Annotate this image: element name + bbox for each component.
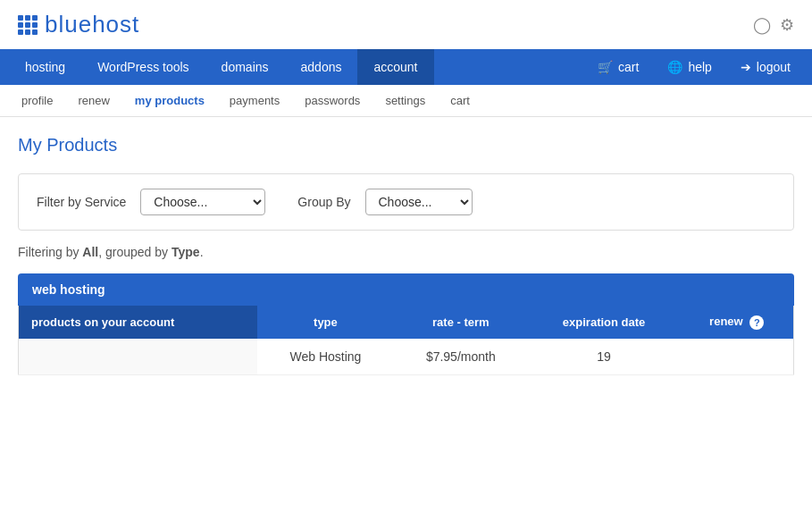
- cell-product: [19, 339, 258, 375]
- col-products: products on your account: [19, 306, 258, 339]
- nav-domains[interactable]: domains: [205, 49, 285, 85]
- logout-label: logout: [757, 60, 791, 74]
- col-type: type: [257, 306, 394, 339]
- subnav-cart[interactable]: cart: [438, 85, 482, 116]
- nav-cart-link[interactable]: 🛒 cart: [585, 49, 651, 85]
- group-by-select[interactable]: Choose... Type Name Status: [365, 189, 473, 215]
- subnav-my-products[interactable]: my products: [122, 85, 217, 116]
- cell-type: Web Hosting: [257, 339, 394, 375]
- section-header: web hosting: [18, 273, 794, 306]
- subnav-profile[interactable]: profile: [9, 85, 65, 116]
- table-row: Web Hosting $7.95/month 19: [19, 339, 794, 375]
- filter-by-select[interactable]: Choose... Web Hosting Domain Email SSL: [140, 189, 265, 215]
- subnav-passwords[interactable]: passwords: [292, 85, 373, 116]
- filter-status: Filtering by All, grouped by Type.: [18, 245, 794, 259]
- primary-nav-left: hosting WordPress tools domains addons a…: [9, 49, 434, 85]
- renew-help-icon[interactable]: ?: [749, 315, 764, 330]
- help-label: help: [688, 60, 711, 74]
- col-renew: renew ?: [680, 306, 793, 339]
- table-header-row: products on your account type rate - ter…: [19, 306, 794, 339]
- top-bar: bluehost ◯ ⚙: [0, 0, 812, 49]
- filter-status-prefix: Filtering by: [18, 245, 82, 259]
- filter-status-end: .: [200, 245, 204, 259]
- main-content: My Products Filter by Service Choose... …: [0, 117, 812, 393]
- nav-help-link[interactable]: 🌐 help: [655, 49, 724, 85]
- nav-hosting[interactable]: hosting: [9, 49, 81, 85]
- filter-status-middle: , grouped by: [98, 245, 172, 259]
- secondary-nav: profile renew my products payments passw…: [0, 85, 812, 117]
- subnav-renew[interactable]: renew: [65, 85, 121, 116]
- filter-all-bold: All: [82, 245, 98, 259]
- settings-icon[interactable]: ⚙: [780, 15, 794, 35]
- col-rate: rate - term: [394, 306, 528, 339]
- filter-type-bold: Type: [172, 245, 200, 259]
- nav-account[interactable]: account: [357, 49, 433, 85]
- brand-name: bluehost: [45, 11, 139, 38]
- page-title: My Products: [18, 135, 794, 155]
- filter-bar: Filter by Service Choose... Web Hosting …: [18, 173, 794, 231]
- top-bar-right: ◯ ⚙: [753, 15, 794, 35]
- subnav-settings[interactable]: settings: [373, 85, 438, 116]
- filter-by-label: Filter by Service: [37, 195, 126, 209]
- user-icon[interactable]: ◯: [753, 15, 771, 35]
- cell-renew: [680, 339, 793, 375]
- cell-rate: $7.95/month: [394, 339, 528, 375]
- group-by-label: Group By: [297, 195, 350, 209]
- primary-nav-right: 🛒 cart 🌐 help ➔ logout: [585, 49, 803, 85]
- cart-label: cart: [618, 60, 639, 74]
- nav-logout-link[interactable]: ➔ logout: [728, 49, 803, 85]
- logo-area: bluehost: [18, 11, 139, 38]
- col-expiration: expiration date: [528, 306, 681, 339]
- nav-wordpress-tools[interactable]: WordPress tools: [81, 49, 205, 85]
- primary-nav: hosting WordPress tools domains addons a…: [0, 49, 812, 85]
- products-table: products on your account type rate - ter…: [18, 306, 794, 375]
- renew-label: renew: [709, 315, 743, 328]
- logo-grid-icon: [18, 15, 38, 35]
- nav-addons[interactable]: addons: [285, 49, 358, 85]
- subnav-payments[interactable]: payments: [217, 85, 292, 116]
- logout-icon: ➔: [741, 60, 751, 74]
- cell-expiration: 19: [528, 339, 681, 375]
- help-icon: 🌐: [667, 60, 682, 74]
- cart-icon: 🛒: [598, 60, 613, 74]
